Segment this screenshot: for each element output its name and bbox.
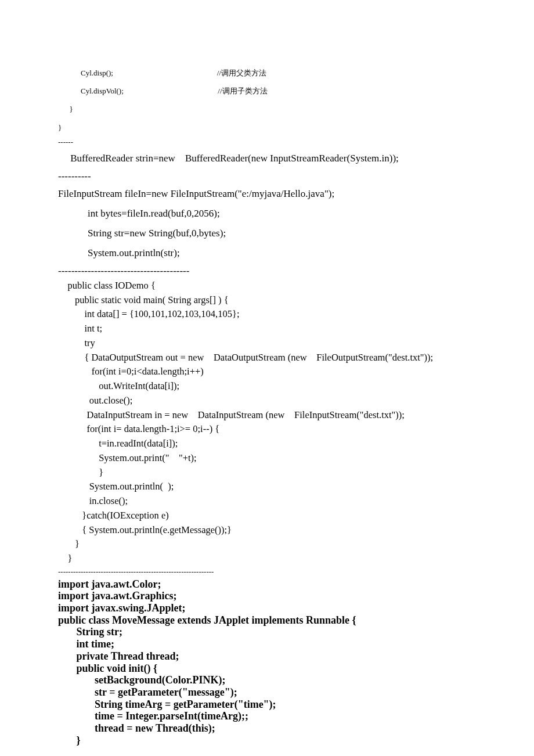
code-line: import javax.swing.JApplet; — [58, 602, 186, 614]
code-line: String str; — [58, 626, 122, 638]
code-line: try — [58, 337, 95, 348]
code-line: String str=new String(buf,0,bytes); — [58, 228, 226, 239]
code-line: int time; — [58, 638, 114, 650]
code-block-1: Cyl.disp(); //调用父类方法 Cyl.dispVol(); //调用… — [58, 64, 499, 136]
separator: ----------------------------------------… — [58, 566, 499, 578]
code-line: System.out.println( ); — [58, 481, 174, 492]
code-line: } — [58, 105, 73, 113]
code-line: Cyl.disp(); //调用父类方法 — [58, 69, 266, 77]
code-line: String timeArg = getParameter("time"); — [58, 699, 276, 710]
code-block-2: FileInputStream fileIn=new FileInputStre… — [58, 184, 499, 263]
code-line: } — [58, 123, 62, 132]
code-line: public class MoveMessage extends JApplet… — [58, 614, 356, 626]
code-line: import java.awt.Color; — [58, 578, 161, 590]
code-line: t=in.readInt(data[i]); — [58, 438, 178, 449]
code-line: public static void main( String args[] )… — [58, 294, 229, 305]
code-line: import java.awt.Graphics; — [58, 590, 176, 602]
code-line: for(int i= data.length-1;i>= 0;i--) { — [58, 423, 219, 434]
code-line: int t; — [58, 323, 102, 334]
separator: ------ — [58, 136, 499, 149]
code-line: int data[] = {100,101,102,103,104,105}; — [58, 308, 240, 319]
code-block-3: public class IODemo { public static void… — [58, 279, 499, 566]
code-line: }catch(IOException e) — [58, 510, 169, 521]
code-line: for(int i=0;i<data.length;i++) — [58, 366, 204, 377]
code-line: thread = new Thread(this); — [58, 722, 215, 734]
code-line: out.close(); — [58, 395, 132, 406]
code-line: } — [58, 467, 103, 478]
code-line: setBackground(Color.PINK); — [58, 674, 226, 686]
code-line: } — [58, 538, 80, 549]
separator: ---------- — [58, 168, 499, 184]
code-block-4: import java.awt.Color; import java.awt.G… — [58, 578, 499, 747]
separator: ---------------------------------------- — [58, 263, 499, 279]
document-page: Cyl.disp(); //调用父类方法 Cyl.dispVol(); //调用… — [0, 0, 534, 756]
code-line: } — [58, 735, 81, 746]
code-line: DataInputStream in = new DataInputStream… — [58, 409, 405, 420]
code-line: { DataOutputStream out = new DataOutputS… — [58, 352, 433, 363]
code-line: public void init() { — [58, 663, 157, 674]
code-line: out.WriteInt(data[i]); — [58, 380, 179, 391]
code-line: public class IODemo { — [58, 280, 156, 291]
code-line: } — [58, 553, 72, 564]
code-line: System.out.println(str); — [58, 247, 180, 258]
code-line: in.close(); — [58, 495, 128, 506]
code-line: str = getParameter("message"); — [58, 686, 237, 698]
code-line: System.out.print(" "+t); — [58, 452, 197, 463]
code-line: FileInputStream fileIn=new FileInputStre… — [58, 188, 334, 199]
code-line: time = Integer.parseInt(timeArg);; — [58, 710, 248, 722]
code-line-bufferedreader: BufferedReader strin=new BufferedReader(… — [58, 149, 499, 168]
code-line: int bytes=fileIn.read(buf,0,2056); — [58, 208, 220, 219]
code-line: private Thread thread; — [58, 650, 179, 662]
code-line: Cyl.dispVol(); //调用子类方法 — [58, 87, 268, 95]
code-line: { System.out.println(e.getMessage());} — [58, 524, 232, 535]
